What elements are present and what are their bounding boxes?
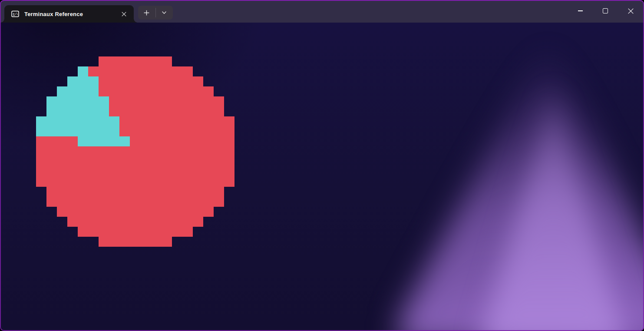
pie-cell	[78, 166, 89, 177]
pie-cell	[130, 106, 141, 117]
pie-cell	[161, 136, 172, 147]
pie-cell	[140, 226, 151, 237]
pie-cell	[172, 126, 182, 137]
pie-cell	[192, 136, 203, 147]
pie-cell	[119, 106, 130, 117]
pie-cell	[140, 186, 151, 197]
pie-cell	[119, 176, 130, 187]
pie-cell	[213, 166, 224, 177]
pie-cell	[78, 86, 89, 97]
terminal-content[interactable]	[0, 23, 644, 331]
pie-cell	[119, 236, 130, 247]
pie-cell	[182, 176, 193, 187]
pie-cell	[67, 136, 78, 147]
pie-cell	[36, 176, 47, 187]
pie-cell	[172, 66, 182, 77]
pie-cell	[192, 186, 203, 197]
pie-cell	[88, 106, 99, 117]
pie-cell	[140, 136, 151, 147]
background-beam-core	[473, 88, 644, 331]
pie-cell	[140, 56, 151, 67]
pie-cell	[36, 156, 47, 167]
pie-cell	[119, 96, 130, 107]
pie-cell	[224, 166, 234, 177]
pie-cell	[203, 136, 214, 147]
pie-cell	[192, 146, 203, 157]
pie-cell	[57, 136, 68, 147]
pie-cell	[182, 206, 193, 217]
pie-cell	[161, 166, 172, 177]
tab-terminaux-reference[interactable]: c:\ Terminaux Reference	[4, 5, 134, 23]
pie-cell	[119, 216, 130, 227]
pie-cell	[78, 136, 89, 147]
pie-cell	[67, 216, 78, 227]
pie-cell	[119, 166, 130, 177]
pie-cell	[151, 96, 162, 107]
pie-cell	[182, 76, 193, 87]
pie-cell	[151, 196, 162, 207]
pie-cell	[57, 176, 68, 187]
titlebar: c:\ Terminaux Reference	[0, 0, 644, 23]
pie-cell	[88, 196, 99, 207]
pie-cell	[172, 96, 182, 107]
maximize-button[interactable]	[593, 1, 618, 21]
pie-cell	[67, 196, 78, 207]
terminal-window: c:\ Terminaux Reference	[0, 0, 644, 331]
pie-cell	[78, 146, 89, 157]
pie-cell	[130, 216, 141, 227]
new-tab-button[interactable]	[138, 6, 155, 20]
pie-cell	[67, 176, 78, 187]
pie-cell	[172, 166, 182, 177]
plus-icon	[144, 10, 149, 16]
pie-cell	[88, 146, 99, 157]
pie-cell	[88, 166, 99, 177]
pie-cell	[182, 166, 193, 177]
pie-cell	[46, 196, 57, 207]
pie-cell	[224, 116, 234, 127]
pie-cell	[99, 86, 109, 97]
pie-cell	[172, 86, 182, 97]
minimize-button[interactable]	[568, 1, 593, 21]
pie-cell	[67, 146, 78, 157]
pie-cell	[130, 116, 141, 127]
pie-cell	[46, 106, 57, 117]
pie-cell	[151, 206, 162, 217]
pie-cell	[224, 176, 234, 187]
pie-cell	[88, 86, 99, 97]
pie-cell	[99, 66, 109, 77]
pie-cell	[140, 236, 151, 247]
pie-cell	[151, 146, 162, 157]
pie-cell	[36, 136, 47, 147]
pie-cell	[151, 76, 162, 87]
close-button[interactable]	[618, 1, 643, 21]
tab-flare-right	[134, 19, 138, 23]
pie-cell	[67, 156, 78, 167]
pie-cell	[57, 206, 68, 217]
pie-cell	[140, 106, 151, 117]
pie-cell	[109, 226, 120, 237]
pie-cell	[203, 206, 214, 217]
pie-cell	[192, 196, 203, 207]
pie-cell	[99, 236, 109, 247]
pie-cell	[99, 226, 109, 237]
pie-cell	[130, 86, 141, 97]
pie-cell	[36, 146, 47, 157]
tab-close-button[interactable]	[118, 9, 129, 19]
pie-cell	[192, 126, 203, 137]
pie-cell	[224, 126, 234, 137]
pie-cell	[151, 176, 162, 187]
tab-dropdown-button[interactable]	[156, 6, 173, 20]
pie-cell	[161, 226, 172, 237]
pie-cell	[67, 106, 78, 117]
pie-cell	[161, 236, 172, 247]
pie-cell	[130, 236, 141, 247]
pie-cell	[78, 186, 89, 197]
pie-cell	[151, 236, 162, 247]
pie-cell	[151, 126, 162, 137]
pie-cell	[99, 106, 109, 117]
pie-cell	[67, 126, 78, 137]
new-tab-group	[138, 6, 173, 20]
svg-text:c:\: c:\	[13, 12, 18, 16]
pie-cell	[182, 196, 193, 207]
pie-cell	[140, 76, 151, 87]
